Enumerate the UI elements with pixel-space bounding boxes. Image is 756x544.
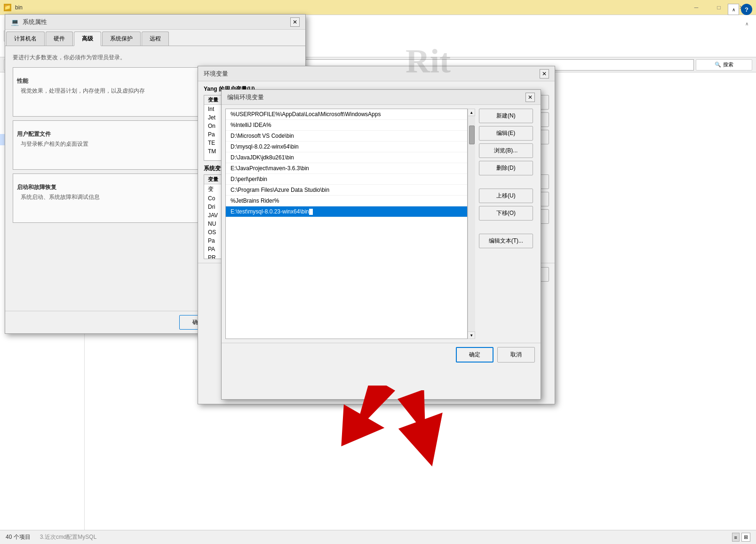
status-icons: ≡ ⊞: [732, 533, 750, 542]
path-row[interactable]: D:\perl\perl\bin: [226, 174, 467, 185]
edit-env-ok-button[interactable]: 确定: [456, 347, 493, 363]
edit-env-edit-button[interactable]: 编辑(E): [479, 126, 533, 141]
path-row[interactable]: %JetBrains Rider%: [226, 196, 467, 206]
edit-env-close-button[interactable]: ✕: [525, 93, 535, 102]
env-vars-title: 环境变量: [204, 70, 536, 78]
list-view-button[interactable]: ≡: [732, 533, 740, 542]
path-text-7: C:\Program Files\Azure Data Studio\bin: [231, 187, 329, 193]
path-row[interactable]: %USERPROFILE%\AppData\Local\Microsoft\Wi…: [226, 109, 467, 120]
path-text-4: D:\JavaJDK\jdk8u261\bin: [231, 154, 294, 161]
path-text-2: D:\Microsoft VS Code\bin: [231, 133, 294, 139]
title-bar: 📁 bin ─ □ ✕: [0, 0, 756, 15]
path-row[interactable]: C:\Program Files\Azure Data Studio\bin: [226, 185, 467, 196]
path-text-0: %USERPROFILE%\AppData\Local\Microsoft\Wi…: [231, 111, 381, 118]
scroll-down-arrow[interactable]: ▼: [468, 331, 475, 339]
scroll-track[interactable]: [468, 116, 475, 331]
edit-env-cancel-button[interactable]: 取消: [497, 347, 535, 363]
edit-env-titlebar: 编辑环境变量 ✕: [222, 90, 541, 105]
cursor: [309, 209, 313, 215]
path-text-9: E:\test\mysql-8.0.23-winx64\bin: [231, 208, 309, 215]
edit-env-delete-button[interactable]: 删除(D): [479, 161, 533, 175]
edit-env-new-button[interactable]: 新建(N): [479, 109, 533, 123]
status-count: 40 个项目: [6, 533, 31, 541]
tab-remote[interactable]: 远程: [142, 32, 169, 46]
title-bar-icons: 📁: [4, 4, 11, 11]
path-text-5: E:\JavaProject\maven-3.6.3\bin: [231, 165, 309, 172]
path-text-8: %JetBrains Rider%: [231, 197, 279, 204]
tab-hardware[interactable]: 硬件: [46, 32, 73, 46]
path-row-selected[interactable]: E:\test\mysql-8.0.23-winx64\bin: [226, 206, 467, 217]
grid-view-button[interactable]: ⊞: [741, 533, 750, 542]
edit-env-title: 编辑环境变量: [227, 93, 522, 102]
path-row[interactable]: D:\JavaJDK\jdk8u261\bin: [226, 152, 467, 163]
sys-props-titlebar: 💻 系统属性 ✕: [5, 15, 305, 30]
tab-protection[interactable]: 系统保护: [102, 32, 141, 46]
ribbon-collapse-button[interactable]: ∧: [741, 19, 752, 28]
sys-props-tab-bar: 计算机名 硬件 高级 系统保护 远程: [5, 30, 305, 46]
sys-props-body-text: 要进行大多数更改，你必须作为管理员登录。: [13, 54, 298, 62]
edit-env-browse-button[interactable]: 浏览(B)...: [479, 143, 533, 158]
edit-env-edit-text-button[interactable]: 编辑文本(T)...: [479, 234, 533, 248]
tab-computer-name[interactable]: 计算机名: [6, 32, 45, 46]
collapse-button[interactable]: ∧: [728, 4, 739, 15]
folder-icon: 📁: [4, 4, 11, 11]
path-row[interactable]: %IntelliJ IDEA%: [226, 120, 467, 131]
scroll-up-arrow[interactable]: ▲: [468, 109, 475, 116]
edit-env-dialog: 编辑环境变量 ✕ %USERPROFILE%\AppData\Local\Mic…: [221, 89, 541, 400]
scroll-thumb[interactable]: [469, 126, 475, 144]
maximize-button[interactable]: □: [708, 0, 730, 15]
sys-props-icon: 💻: [11, 18, 19, 26]
status-hint: 3.近次cmd配置MySQL: [40, 533, 97, 541]
help-icon[interactable]: ?: [741, 4, 752, 15]
edit-env-move-up-button[interactable]: 上移(U): [479, 189, 533, 203]
sys-props-title: 系统属性: [23, 18, 286, 26]
title-bar-text: bin: [15, 4, 23, 11]
status-bar: 40 个项目 3.近次cmd配置MySQL ≡ ⊞: [0, 530, 756, 544]
path-row[interactable]: D:\Microsoft VS Code\bin: [226, 131, 467, 142]
env-vars-titlebar: 环境变量 ✕: [198, 66, 555, 81]
env-vars-close-button[interactable]: ✕: [540, 69, 549, 79]
path-row[interactable]: E:\JavaProject\maven-3.6.3\bin: [226, 163, 467, 174]
path-list-scrollbar[interactable]: ▲ ▼: [468, 109, 475, 339]
minimize-button[interactable]: ─: [685, 0, 707, 15]
path-text-1: %IntelliJ IDEA%: [231, 122, 271, 128]
path-text-6: D:\perl\perl\bin: [231, 176, 267, 182]
search-button[interactable]: 🔍 搜索: [696, 59, 752, 71]
tab-advanced[interactable]: 高级: [74, 32, 101, 46]
edit-env-move-down-button[interactable]: 下移(O): [479, 206, 533, 221]
path-row[interactable]: D:\mysql-8.0.22-winx64\bin: [226, 142, 467, 152]
sys-props-close-button[interactable]: ✕: [290, 17, 300, 27]
path-text-3: D:\mysql-8.0.22-winx64\bin: [231, 143, 299, 150]
